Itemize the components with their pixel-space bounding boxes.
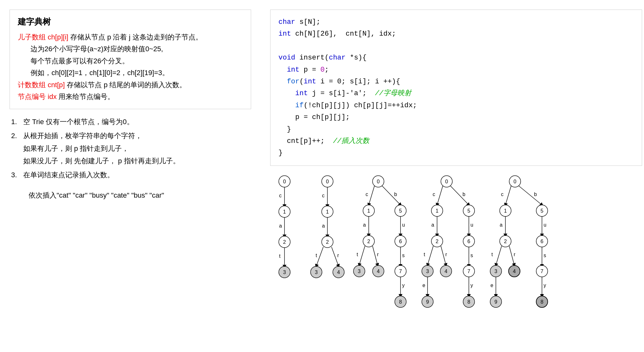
code-line-8: if(!ch[p][j]) ch[p][j]=++idx;: [278, 100, 634, 111]
svg-text:s: s: [544, 253, 546, 258]
svg-text:t: t: [424, 252, 425, 257]
insert-label: 依次插入"cat" "car" "busy" "cate" "bus" "car…: [10, 191, 251, 200]
svg-text:c: c: [322, 193, 325, 198]
svg-text:8: 8: [468, 299, 470, 305]
svg-text:6: 6: [468, 239, 470, 244]
svg-line-50: [359, 246, 365, 265]
svg-text:1: 1: [367, 208, 370, 214]
svg-line-122: [496, 246, 502, 265]
svg-text:e: e: [422, 283, 425, 288]
code-box: char s[N]; int ch[N][26], cnt[N], idx; v…: [270, 10, 642, 166]
svg-text:r: r: [514, 252, 516, 257]
list-item-3: 3. 在单词结束点记录插入次数。: [11, 169, 250, 181]
indent1c: 例如，ch[0][2]=1，ch[1][0]=2，ch[2][19]=3。: [18, 67, 243, 79]
line3: 节点编号 idx 用来给节点编号。: [18, 91, 243, 102]
svg-text:7: 7: [399, 269, 402, 274]
svg-text:c: c: [279, 193, 282, 198]
tree-5: 0 c b 1 5 a u 2 6 t: [490, 172, 559, 318]
svg-text:r: r: [377, 252, 379, 257]
svg-line-34: [369, 186, 374, 205]
svg-text:3: 3: [426, 269, 429, 274]
code-line-3: [278, 40, 634, 52]
list-item-1: 1. 空 Trie 仅有一个根节点，编号为0。: [11, 116, 250, 128]
svg-text:c: c: [433, 192, 435, 197]
svg-text:a: a: [363, 222, 366, 228]
svg-text:8: 8: [541, 299, 544, 305]
tree-1: 0 c 1 a 2 t 3: [267, 172, 302, 293]
svg-line-84: [428, 246, 433, 265]
line2-red: 计数数组 cnt[p]: [18, 81, 65, 89]
svg-text:r: r: [337, 253, 339, 258]
page-title: 建字典树: [18, 16, 243, 27]
svg-line-106: [505, 186, 511, 205]
svg-line-24: [316, 247, 323, 266]
svg-text:c: c: [366, 192, 368, 197]
svg-text:4: 4: [337, 270, 340, 275]
svg-text:2: 2: [283, 239, 286, 245]
code-line-5: int p = 0;: [278, 64, 634, 76]
code-line-12: }: [278, 147, 634, 159]
svg-text:8: 8: [399, 299, 402, 305]
svg-text:3: 3: [358, 269, 361, 274]
svg-text:5: 5: [541, 208, 544, 214]
svg-text:y: y: [544, 283, 546, 288]
svg-text:5: 5: [468, 208, 470, 214]
svg-text:0: 0: [445, 179, 448, 184]
svg-text:2: 2: [436, 239, 439, 244]
svg-text:4: 4: [513, 269, 516, 274]
code-line-7: int j = s[i]-'a'; //字母映射: [278, 88, 634, 99]
svg-line-36: [382, 186, 401, 205]
svg-text:0: 0: [377, 179, 380, 184]
svg-text:0: 0: [514, 179, 517, 184]
svg-text:2: 2: [367, 239, 370, 244]
trie-box: 建字典树 儿子数组 ch[p][i] 存储从节点 p 沿着 j 这条边走到的子节…: [10, 10, 251, 109]
svg-text:7: 7: [468, 269, 470, 274]
svg-line-108: [519, 186, 542, 205]
svg-text:t: t: [491, 252, 493, 257]
list-item-2: 2. 从根开始插，枚举字符串的每个字符，如果有儿子，则 p 指针走到儿子，如果没…: [11, 130, 250, 167]
svg-text:c: c: [501, 192, 504, 197]
svg-text:3: 3: [283, 270, 286, 275]
svg-text:b: b: [462, 192, 465, 197]
svg-text:6: 6: [399, 239, 402, 244]
code-line-2: int ch[N][26], cnt[N], idx;: [278, 28, 634, 40]
svg-text:2: 2: [326, 239, 329, 245]
code-line-10: }: [278, 123, 634, 135]
code-line-6: for(int i = 0; s[i]; i ++){: [278, 76, 634, 88]
svg-text:e: e: [490, 283, 493, 288]
tree-3: 0 c b 1 5 a u 2 6 t: [353, 172, 416, 306]
svg-text:y: y: [402, 283, 405, 288]
svg-text:3: 3: [495, 269, 497, 274]
svg-text:1: 1: [283, 209, 286, 215]
svg-text:0: 0: [283, 179, 286, 184]
svg-text:1: 1: [504, 208, 507, 214]
code-line-11: cnt[p]++; //插入次数: [278, 135, 634, 147]
svg-text:a: a: [279, 223, 282, 229]
svg-line-68: [437, 186, 443, 205]
svg-text:4: 4: [445, 269, 448, 274]
line3-red: 节点编号 idx: [18, 93, 57, 101]
svg-text:u: u: [544, 222, 546, 228]
tree-4: 0 c b 1 5 a u 2 6 t: [421, 172, 485, 318]
svg-text:t: t: [316, 253, 317, 258]
svg-text:b: b: [394, 192, 397, 197]
svg-text:0: 0: [326, 179, 329, 184]
code-line-9: p = ch[p][j];: [278, 111, 634, 123]
indent1a: 边为26个小写字母(a~z)对应的映射值0~25,: [18, 43, 243, 55]
svg-text:9: 9: [426, 299, 429, 305]
svg-text:u: u: [470, 222, 473, 228]
code-line-4: void insert(char *s){: [278, 52, 634, 64]
line1: 儿子数组 ch[p][i] 存储从节点 p 沿着 j 这条边走到的子节点。: [18, 31, 243, 43]
indent1b: 每个节点最多可以有26个分叉。: [18, 55, 243, 67]
svg-text:a: a: [500, 222, 503, 228]
svg-text:5: 5: [399, 208, 402, 214]
svg-text:u: u: [402, 222, 405, 228]
svg-text:y: y: [470, 283, 473, 288]
svg-text:1: 1: [326, 209, 329, 215]
svg-text:a: a: [431, 222, 434, 228]
list-section: 1. 空 Trie 仅有一个根节点，编号为0。 2. 从根开始插，枚举字符串的每…: [10, 116, 251, 181]
svg-text:s: s: [402, 253, 405, 258]
svg-text:s: s: [470, 253, 473, 258]
tree-2: 0 c 1 a 2 t r 3 4: [307, 172, 348, 293]
svg-text:b: b: [534, 192, 537, 197]
